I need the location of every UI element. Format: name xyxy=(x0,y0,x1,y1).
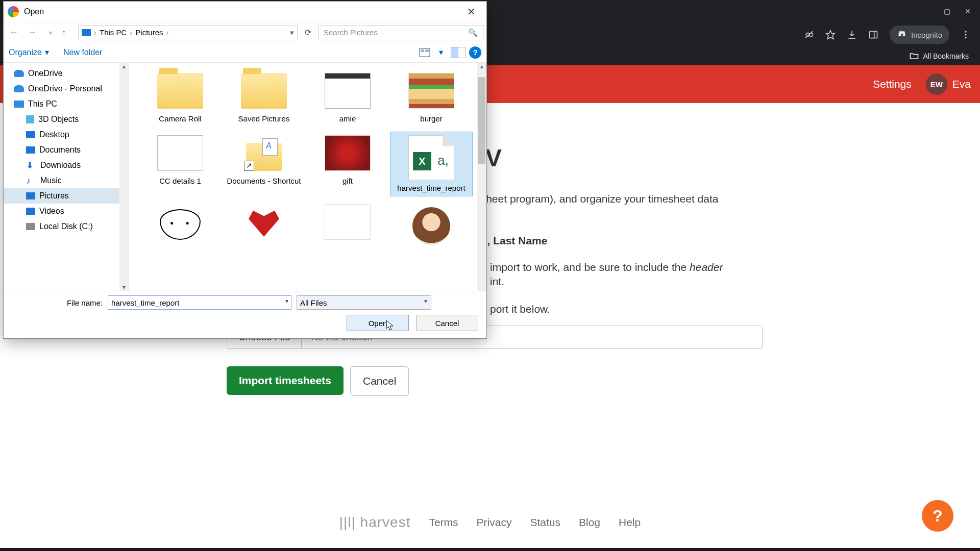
filename-label: File name: xyxy=(67,298,103,307)
tree-item-onedrive-personal[interactable]: OneDrive - Personal xyxy=(4,81,129,96)
file-item[interactable] xyxy=(139,201,221,248)
file-list: Camera RollSaved PicturesamieburgerCC de… xyxy=(129,63,486,291)
breadcrumb-leaf[interactable]: Pictures xyxy=(135,28,163,37)
tree-item-label: Local Disk (C:) xyxy=(39,222,93,231)
incognito-indicator[interactable]: Incognito xyxy=(890,26,949,44)
dialog-close-button[interactable]: ✕ xyxy=(460,6,482,18)
page-text: import to work, and be sure to include t… xyxy=(490,261,723,273)
tree-item-music[interactable]: ♪Music xyxy=(4,173,129,188)
tracking-blocked-icon[interactable] xyxy=(804,30,814,40)
tree-item-desktop[interactable]: Desktop xyxy=(4,127,129,142)
file-label: gift xyxy=(342,176,353,186)
svg-rect-11 xyxy=(425,49,429,52)
window-close[interactable]: ✕ xyxy=(965,7,971,15)
view-mode-icon[interactable] xyxy=(418,46,431,59)
file-item-cc-details-1[interactable]: CC details 1 xyxy=(139,132,221,196)
file-item-burger[interactable]: burger xyxy=(390,70,472,127)
file-label: Saved Pictures xyxy=(238,114,290,124)
taskbar xyxy=(0,548,980,551)
pc-icon xyxy=(82,29,91,36)
new-folder-button[interactable]: New folder xyxy=(63,48,102,57)
svg-point-6 xyxy=(965,31,966,33)
footer-link-help[interactable]: Help xyxy=(619,516,641,529)
file-item[interactable] xyxy=(223,201,305,248)
user-name[interactable]: Eva xyxy=(952,78,971,90)
footer-link-blog[interactable]: Blog xyxy=(579,516,600,529)
tree-item-label: Music xyxy=(40,176,62,185)
address-dropdown-icon[interactable]: ▾ xyxy=(290,28,294,37)
tree-item-downloads[interactable]: ⬇Downloads xyxy=(4,158,129,173)
refresh-icon[interactable]: ⟳ xyxy=(302,28,314,37)
window-maximize[interactable]: ▢ xyxy=(944,7,950,15)
tree-item-onedrive[interactable]: OneDrive xyxy=(4,66,129,81)
dialog-body: OneDriveOneDrive - PersonalThis PC3D Obj… xyxy=(4,63,486,291)
footer-link-privacy[interactable]: Privacy xyxy=(477,516,512,529)
tree-item-local-disk-c-[interactable]: Local Disk (C:) xyxy=(4,219,129,234)
page-text: dsheet program), and organize your times… xyxy=(475,193,718,205)
address-bar[interactable]: › This PC › Pictures › ▾ xyxy=(78,25,298,40)
filetype-combo[interactable] xyxy=(297,295,431,310)
tree-item-documents[interactable]: Documents xyxy=(4,142,129,158)
tree-item-label: OneDrive - Personal xyxy=(28,84,102,93)
tree-item-label: This PC xyxy=(28,99,57,109)
organize-menu[interactable]: Organize▾ xyxy=(9,47,49,57)
file-item[interactable] xyxy=(390,201,472,248)
file-item-gift[interactable]: gift xyxy=(307,132,388,196)
avatar[interactable]: EW xyxy=(926,73,947,95)
help-fab-button[interactable]: ? xyxy=(922,500,953,532)
preview-pane-icon[interactable] xyxy=(451,47,466,58)
breadcrumb-root[interactable]: This PC xyxy=(100,28,127,37)
harvest-logo: ||l| harvest xyxy=(339,514,411,531)
cancel-button[interactable]: Cancel xyxy=(416,315,478,331)
file-label: amie xyxy=(339,114,356,124)
files-scrollbar[interactable]: ▴ xyxy=(477,63,486,291)
page-text: port it below. xyxy=(490,303,550,315)
window-minimize[interactable]: — xyxy=(922,7,929,15)
tree-scrollbar[interactable]: ▴▾ xyxy=(119,63,129,291)
file-item-amie[interactable]: amie xyxy=(307,70,388,127)
all-bookmarks-link[interactable]: All Bookmarks xyxy=(923,52,969,60)
import-timesheets-button[interactable]: Import timesheets xyxy=(227,366,344,395)
tree-item-videos[interactable]: Videos xyxy=(4,204,129,219)
svg-point-7 xyxy=(965,34,966,35)
svg-point-8 xyxy=(965,37,966,38)
breadcrumb-sep: › xyxy=(130,28,132,37)
view-mode-dropdown-icon[interactable]: ▾ xyxy=(434,46,448,59)
file-item[interactable] xyxy=(307,201,388,248)
tree-item-label: Videos xyxy=(39,207,64,216)
search-input[interactable]: Search Pictures 🔍 xyxy=(318,25,483,40)
page-footer: ||l| harvest Terms Privacy Status Blog H… xyxy=(0,514,980,531)
open-button[interactable]: Open xyxy=(347,315,409,331)
footer-link-status[interactable]: Status xyxy=(530,516,560,529)
svg-rect-4 xyxy=(870,31,877,38)
sidepanel-icon[interactable] xyxy=(868,30,878,40)
bookmarks-folder-icon[interactable] xyxy=(909,51,919,61)
dialog-nav-row: ← → ▾ ↑ › This PC › Pictures › ▾ ⟳ Searc… xyxy=(4,22,486,42)
file-item-harvest-time-report[interactable]: Xa,harvest_time_report xyxy=(390,132,472,196)
incognito-label: Incognito xyxy=(911,31,942,39)
file-item-saved-pictures[interactable]: Saved Pictures xyxy=(223,70,305,127)
settings-link[interactable]: Settings xyxy=(862,68,923,101)
footer-link-terms[interactable]: Terms xyxy=(429,516,458,529)
cancel-button[interactable]: Cancel xyxy=(350,366,409,396)
nav-recent-icon[interactable]: ▾ xyxy=(43,29,58,36)
tree-item-pictures[interactable]: Pictures xyxy=(4,188,129,204)
tree-item-this-pc[interactable]: This PC xyxy=(4,96,129,112)
nav-forward-icon[interactable]: → xyxy=(25,27,39,38)
tree-item-3d-objects[interactable]: 3D Objects xyxy=(4,112,129,127)
dialog-title: Open xyxy=(24,7,44,16)
breadcrumb-sep: › xyxy=(166,28,169,37)
tree-item-label: Downloads xyxy=(40,161,81,170)
filename-input[interactable] xyxy=(108,295,291,310)
search-icon: 🔍 xyxy=(468,28,478,37)
nav-up-icon[interactable]: ↑ xyxy=(62,28,74,37)
nav-back-icon[interactable]: ← xyxy=(7,27,21,38)
file-item-documents-shortcut[interactable]: ↗Documents - Shortcut xyxy=(223,132,305,196)
help-icon[interactable]: ? xyxy=(469,46,481,59)
bookmark-star-icon[interactable] xyxy=(825,30,836,40)
nav-tree: OneDriveOneDrive - PersonalThis PC3D Obj… xyxy=(4,63,129,291)
downloads-icon[interactable] xyxy=(847,30,857,40)
file-item-camera-roll[interactable]: Camera Roll xyxy=(139,70,221,127)
breadcrumb-sep: › xyxy=(94,28,96,37)
browser-menu-icon[interactable] xyxy=(961,30,971,40)
